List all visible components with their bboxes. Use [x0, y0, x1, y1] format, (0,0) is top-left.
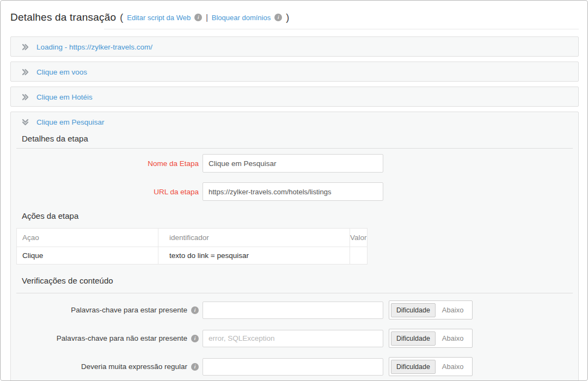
section-divider [16, 293, 573, 293]
column-header-valor: Valor [350, 229, 367, 247]
info-icon[interactable]: i [191, 363, 199, 371]
table-header-row: Açao identificador Valor [17, 229, 367, 247]
block-domains-link[interactable]: Bloquear domínios [212, 14, 271, 22]
keywords-absent-row: Palavras-chave para não estar presente i… [16, 329, 573, 348]
content-checks-heading: Verificações de conteúdo [22, 276, 113, 285]
step-label: Clique em Pesquisar [36, 118, 105, 126]
step-panel-loading: Loading - https://zylker-travels.com/ [10, 36, 579, 57]
action-cell: Clique [17, 247, 158, 265]
step-panel-pesquisar-expanded: Clique em Pesquisar Detalhes da etapa No… [10, 112, 579, 381]
severity-option-abaixo[interactable]: Abaixo [436, 303, 470, 317]
chevron-right-icon [22, 44, 29, 51]
step-header-pesquisar[interactable]: Clique em Pesquisar [11, 112, 578, 132]
step-header-hoteis[interactable]: Clique em Hotéis [11, 87, 578, 107]
severity-toggle: Dificuldade Abaixo [389, 300, 473, 319]
identifier-cell: texto do link = pesquisar [158, 247, 350, 265]
edit-web-script-link[interactable]: Editar script da Web [127, 14, 191, 22]
severity-option-dificuldade[interactable]: Dificuldade [391, 360, 436, 374]
column-header-identificador: identificador [158, 229, 350, 247]
severity-option-dificuldade[interactable]: Dificuldade [391, 331, 436, 346]
step-header-voos[interactable]: Clique em voos [11, 62, 578, 82]
link-separator: | [206, 13, 208, 22]
table-row: Clique texto do link = pesquisar [17, 247, 367, 265]
step-url-input[interactable] [203, 182, 383, 201]
keywords-absent-label: Palavras-chave para não estar presente [57, 334, 187, 342]
transaction-details-window: Detalhes da transação ( Editar script da… [0, 0, 588, 381]
step-url-label: URL da etapa [154, 188, 199, 196]
info-icon[interactable]: i [191, 306, 199, 314]
page-header: Detalhes da transação ( Editar script da… [10, 11, 289, 23]
keywords-present-input[interactable] [203, 302, 383, 319]
severity-option-dificuldade[interactable]: Dificuldade [391, 303, 436, 317]
info-icon[interactable]: i [274, 14, 282, 21]
step-panel-voos: Clique em voos [10, 62, 579, 82]
step-name-label: Nome da Etapa [148, 159, 199, 168]
title-divider [104, 29, 579, 29]
step-panel-hoteis: Clique em Hotéis [10, 87, 579, 107]
step-name-input[interactable] [203, 154, 383, 173]
step-details-heading: Detalhes da etapa [22, 134, 88, 143]
keywords-absent-input[interactable] [203, 330, 383, 347]
keywords-present-label: Palavras-chave para estar presente [71, 306, 187, 314]
section-divider [16, 148, 573, 149]
info-icon[interactable]: i [194, 14, 202, 21]
step-label: Clique em voos [36, 68, 87, 76]
step-name-row: Nome da Etapa [16, 154, 573, 173]
severity-toggle: Dificuldade Abaixo [389, 357, 473, 376]
chevron-right-icon [22, 94, 29, 101]
regex-match-input[interactable] [203, 358, 383, 376]
chevron-down-icon [22, 119, 29, 126]
info-icon[interactable]: i [191, 335, 199, 342]
page-title: Detalhes da transação [10, 11, 116, 23]
regex-match-label: Deveria muita expressão regular [81, 362, 187, 371]
value-cell [350, 247, 367, 265]
step-actions-heading: Ações da etapa [22, 211, 78, 220]
severity-option-abaixo[interactable]: Abaixo [436, 331, 470, 345]
step-label: Clique em Hotéis [36, 93, 93, 101]
step-actions-table: Açao identificador Valor Clique texto do… [16, 228, 367, 265]
keywords-present-row: Palavras-chave para estar presente i Dif… [16, 300, 573, 319]
step-header-loading[interactable]: Loading - https://zylker-travels.com/ [11, 37, 578, 57]
chevron-right-icon [22, 69, 29, 76]
paren-close: ) [286, 12, 289, 23]
step-url-row: URL da etapa [16, 182, 573, 201]
column-header-acao: Açao [17, 229, 158, 247]
paren-open: ( [120, 12, 123, 23]
severity-option-abaixo[interactable]: Abaixo [436, 360, 470, 373]
severity-toggle: Dificuldade Abaixo [389, 329, 473, 348]
step-label: Loading - https://zylker-travels.com/ [36, 43, 152, 51]
regex-match-row: Deveria muita expressão regular i Dificu… [16, 357, 573, 376]
